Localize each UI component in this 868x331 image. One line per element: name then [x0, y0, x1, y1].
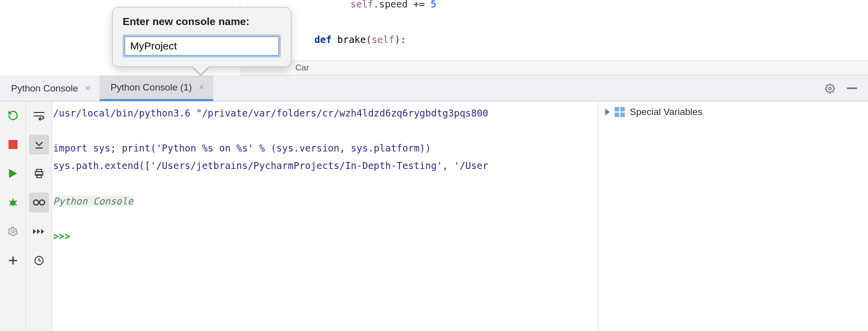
svg-point-10	[12, 230, 14, 233]
svg-marker-22	[37, 229, 40, 234]
svg-line-6	[9, 200, 11, 202]
variables-panel: Special Variables	[598, 102, 868, 331]
console-toolbar-secondary	[26, 102, 52, 331]
console-tab-bar: Python Console × Python Console (1) ×	[0, 76, 868, 102]
browse-history-button[interactable]	[29, 250, 49, 270]
svg-line-8	[9, 204, 11, 206]
token-text: .speed +=	[373, 0, 430, 10]
console-prompt: >>>	[53, 230, 76, 242]
new-console-button[interactable]	[3, 250, 23, 270]
output-line: import sys; print('Python %s on %s' % (s…	[53, 142, 431, 154]
rename-input-wrap	[123, 34, 281, 58]
token-text: ):	[394, 34, 406, 45]
tab-label: Python Console (1)	[111, 82, 192, 93]
breadcrumb-bar: Car	[240, 60, 868, 76]
soft-wrap-button[interactable]	[29, 106, 49, 126]
svg-line-7	[15, 200, 17, 202]
expand-icon[interactable]	[605, 108, 610, 116]
svg-rect-1	[847, 88, 857, 89]
settings-button[interactable]	[3, 222, 23, 242]
code-line[interactable]: def brake(self):	[314, 34, 406, 45]
console-tab-active[interactable]: Python Console (1) ×	[100, 76, 213, 101]
output-line: sys.path.extend(['/Users/jetbrains/Pycha…	[53, 160, 488, 171]
token-number: 5	[430, 0, 436, 10]
gear-icon[interactable]	[824, 82, 836, 94]
svg-point-0	[829, 87, 831, 90]
scroll-to-end-button[interactable]	[29, 134, 49, 154]
svg-marker-23	[41, 229, 44, 234]
show-variables-button[interactable]	[29, 192, 49, 212]
token-text: (	[366, 34, 371, 45]
token-self: self	[371, 34, 394, 45]
console-banner: Python Console	[53, 196, 133, 206]
token-self: self	[350, 0, 373, 10]
svg-line-9	[15, 204, 17, 206]
console-body: /usr/local/bin/python3.6 "/private/var/f…	[0, 102, 868, 331]
print-button[interactable]	[29, 164, 49, 184]
svg-marker-21	[33, 229, 36, 234]
tab-label: Python Console	[11, 83, 78, 94]
rerun-button[interactable]	[3, 106, 23, 126]
rename-popup-label: Enter new console name:	[123, 16, 281, 28]
variables-label: Special Variables	[630, 106, 702, 118]
output-line: /usr/local/bin/python3.6 "/private/var/f…	[53, 108, 488, 118]
console-toolbar-primary	[0, 102, 26, 331]
stop-button[interactable]	[3, 134, 23, 154]
rename-console-input[interactable]	[125, 36, 279, 56]
variables-node[interactable]: Special Variables	[605, 106, 861, 118]
hide-icon[interactable]	[846, 82, 858, 94]
console-output[interactable]: /usr/local/bin/python3.6 "/private/var/f…	[52, 102, 598, 331]
token-keyword: def	[314, 34, 331, 45]
svg-point-19	[40, 200, 45, 205]
show-command-queue-button[interactable]	[29, 222, 49, 242]
rename-console-popup: Enter new console name:	[112, 7, 291, 67]
svg-rect-2	[9, 140, 18, 149]
python-console-toolwindow: Python Console × Python Console (1) ×	[0, 76, 868, 331]
toolwindow-header-actions	[824, 76, 868, 101]
svg-marker-3	[9, 169, 17, 178]
popup-tail	[193, 66, 209, 74]
svg-point-18	[34, 200, 39, 205]
token-fn: brake	[331, 34, 366, 45]
breadcrumb-item[interactable]: Car	[295, 63, 309, 73]
code-line[interactable]: self.speed += 5	[350, 0, 437, 10]
close-icon[interactable]: ×	[83, 83, 93, 94]
svg-point-4	[10, 200, 16, 206]
execute-button[interactable]	[3, 164, 23, 184]
console-tab[interactable]: Python Console ×	[0, 76, 100, 101]
variables-group-icon	[615, 107, 625, 117]
debug-button[interactable]	[3, 192, 23, 212]
close-icon[interactable]: ×	[197, 82, 206, 92]
